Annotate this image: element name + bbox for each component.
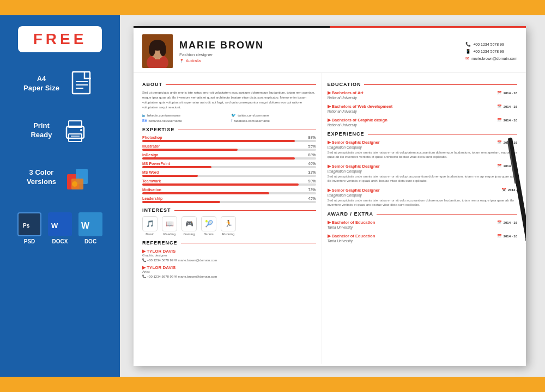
- phone2-icon: 📱: [465, 49, 471, 54]
- svg-point-25: [149, 43, 155, 56]
- free-label: FREE: [33, 30, 87, 47]
- psd-icon: Ps: [17, 212, 41, 236]
- interest-label: Music: [146, 232, 154, 236]
- award-item: ▶ Bachelor of Education 📅2014 - 16 Tanta…: [328, 220, 517, 229]
- award-uni: Tanta University: [328, 225, 517, 229]
- svg-point-13: [72, 181, 77, 187]
- format-docx: W DOCX: [48, 212, 72, 244]
- format-doc: W DOC: [78, 212, 102, 244]
- interest-item: 🎾 Tennis: [201, 216, 216, 236]
- svg-point-7: [80, 129, 82, 131]
- behance-link: Bē behance.net/username: [142, 119, 227, 122]
- edu-title: ▶ Bachelors of Graphic design 📅2014 - 16: [328, 118, 517, 122]
- interest-line: [174, 210, 316, 211]
- skill-name: Motivation: [142, 188, 161, 192]
- skill-item: Photoshop 88%: [142, 136, 316, 142]
- skill-item: MS Word 32%: [142, 170, 316, 177]
- skill-bar-fill: [142, 166, 211, 168]
- edu-date: 📅2014 - 16: [497, 118, 517, 122]
- interest-icon: 📖: [162, 216, 177, 231]
- skill-bar-bg: [142, 140, 316, 142]
- ref-item: ▶ TYLOR DAVIS Artist 📞 +00 1234 5678 99 …: [142, 265, 316, 278]
- edu-title: ▶ Bachelors of Web development 📅2014 - 1…: [328, 104, 517, 109]
- exp-date: 📅2014 -: [501, 188, 517, 193]
- docx-label: DOCX: [52, 238, 68, 244]
- skill-bar-bg: [142, 149, 316, 151]
- document-icon: [68, 70, 96, 98]
- doc-icon: W: [78, 212, 102, 236]
- award-section-header: AWARD / EXTRA: [328, 211, 517, 217]
- ref-name: ▶ TYLOR DAVIS: [142, 249, 316, 254]
- skill-bar-bg: [142, 192, 316, 194]
- psd-label: PSD: [24, 238, 35, 244]
- exp-company: Imagination Company: [328, 145, 517, 149]
- twitter-icon: 🐦: [231, 113, 236, 118]
- skill-pct: 88%: [308, 153, 316, 157]
- exp-title: ▶ Senior Graphic Designer 📅2014 -: [328, 188, 517, 193]
- skill-bar-bg: [142, 166, 316, 168]
- resume-header: MARIE BROWN Fashion designer 📍 Australia…: [134, 28, 526, 73]
- black-top-line: [134, 26, 330, 28]
- ref-role: Graphic designer: [142, 254, 316, 257]
- skill-name: MS PowerPoint: [142, 162, 170, 166]
- award-uni: Tanta University: [328, 239, 517, 243]
- exp-item: ▶ Senior Graphic Designer 📅2014 - Imagin…: [328, 188, 517, 207]
- skill-name: InDesign: [142, 153, 159, 157]
- award-title: ▶ Bachelor of Education 📅2014 - 16: [328, 234, 517, 238]
- experience-section-header: EXPERIENCE: [328, 131, 517, 137]
- skill-item: Teamwork 90%: [142, 179, 316, 186]
- skill-item: InDesign 88%: [142, 153, 316, 160]
- edu-school: National University: [328, 109, 517, 113]
- interest-section-header: INTEREST: [142, 207, 316, 213]
- skill-bar-fill: [142, 157, 295, 160]
- contact-phone1: 📞 +00 1234 5678 99: [465, 42, 517, 47]
- skills-list: Photoshop 88% Illustrator 55% InDesign 8…: [142, 136, 316, 203]
- skill-item: Illustrator 55%: [142, 144, 316, 151]
- email-icon: ✉: [465, 56, 469, 61]
- interest-label: Reading: [164, 232, 175, 236]
- skill-name: Leadership: [142, 197, 162, 200]
- linkedin-link: in linkedin.com/username: [142, 113, 227, 118]
- resume-photo: [142, 34, 173, 68]
- interest-label: Gaming: [183, 232, 195, 236]
- ref-contact: 📞 +00 1234 5678 99 ✉ marie.brown@domain.…: [142, 274, 316, 278]
- resume-title: Fashion designer: [179, 52, 459, 57]
- exp-title: ▶ Senior Graphic Designer 📅2014 - 16: [328, 140, 517, 145]
- top-bar: [0, 0, 545, 15]
- about-title: ABOUT: [142, 82, 162, 87]
- skill-pct: 90%: [308, 179, 316, 183]
- facebook-link: f facebook.com/username: [231, 119, 316, 122]
- resume-left-col: ABOUT Sed ut perspiciatis unde omnis ist…: [134, 73, 322, 364]
- exp-item: ▶ Senior Graphic Designer 📅2014 - 16 Ima…: [328, 140, 517, 160]
- exp-desc: Sed ut perspiciatis unde omnis iste natu…: [328, 174, 517, 183]
- reference-title: REFERENCE: [142, 240, 178, 246]
- interest-item: 📖 Reading: [162, 216, 177, 236]
- color-label: 3 Color Versions: [27, 168, 56, 187]
- skill-pct: 55%: [308, 144, 316, 148]
- edu-school: National University: [328, 123, 517, 127]
- skill-bar-fill: [142, 149, 238, 151]
- feature-a4: A4 Paper Size: [23, 70, 96, 98]
- expertise-section-header: EXPERTISE: [142, 127, 316, 132]
- edu-item: ▶ Bachelors of Web development 📅2014 - 1…: [328, 104, 517, 113]
- about-section-header: ABOUT: [142, 82, 316, 87]
- interest-row: 🎵 Music 📖 Reading 🎮 Gaming 🎾 Tennis 🏃 Ru…: [142, 216, 316, 236]
- expertise-line: [178, 130, 316, 130]
- edu-date: 📅2014 - 16: [497, 90, 517, 95]
- exp-desc: Sed ut perspiciatis unde omnis iste natu…: [328, 150, 517, 160]
- format-psd: Ps PSD: [17, 212, 41, 244]
- interest-label: Running: [222, 232, 234, 236]
- edu-title: ▶ Bachelors of Art 📅2014 - 16: [328, 90, 517, 95]
- edu-school: National University: [328, 96, 517, 100]
- contact-email: ✉ marie.brown@domain.com: [465, 56, 517, 61]
- skill-pct: 40%: [308, 162, 316, 166]
- skill-item: Motivation 73%: [142, 188, 316, 194]
- format-row: Ps PSD W DOCX W DOC: [17, 212, 102, 244]
- svg-text:W: W: [51, 222, 58, 230]
- resume-contact: 📞 +00 1234 5678 99 📱 +00 1234 5678 99 ✉ …: [465, 42, 517, 61]
- skill-pct: 88%: [308, 136, 316, 139]
- skill-bar-bg: [142, 183, 316, 186]
- interest-icon: 🎮: [181, 216, 197, 231]
- interest-item: 🏃 Running: [221, 216, 236, 236]
- skill-pct: 73%: [308, 188, 316, 192]
